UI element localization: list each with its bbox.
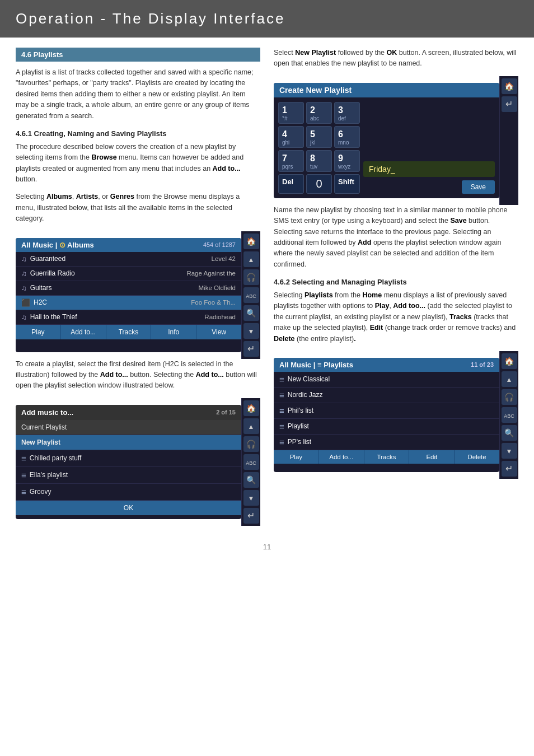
section-461-para2: Selecting Albums, Artists, or Genres fro… bbox=[16, 192, 260, 224]
up-icon[interactable] bbox=[243, 251, 259, 267]
search-icon-2[interactable] bbox=[243, 472, 259, 488]
left-column: 4.6 Playlists A playlist is a list of tr… bbox=[16, 48, 260, 526]
create-playlist-main: Create New Playlist 1*# 2abc 3def 4ghi 5… bbox=[274, 83, 499, 198]
album-artist-1: Rage Against the bbox=[186, 270, 236, 277]
playlists-main: All Music | ≡ Playlists 11 of 23 New Cla… bbox=[274, 358, 499, 472]
playlists-title: All Music | ≡ Playlists bbox=[279, 361, 353, 369]
up-icon-2[interactable] bbox=[243, 418, 259, 434]
headphone-icon-2[interactable] bbox=[243, 436, 259, 452]
headphone-icon-2-glyph bbox=[246, 440, 256, 449]
down-icon-4[interactable] bbox=[502, 443, 517, 459]
search-icon-4[interactable] bbox=[502, 425, 517, 441]
pl-row-1[interactable]: Nordic Jazz bbox=[274, 388, 499, 403]
enter-icon-4[interactable] bbox=[502, 461, 517, 477]
add-music-new[interactable]: New Playlist bbox=[16, 435, 241, 450]
create-playlist-title: Create New Playlist bbox=[279, 86, 352, 95]
key-5[interactable]: 5jkl bbox=[306, 126, 332, 148]
home-icon-2-glyph bbox=[246, 404, 256, 413]
albums-play-btn[interactable]: Play bbox=[16, 325, 61, 339]
album-row-2[interactable]: ♫Guitars Mike Oldfield bbox=[16, 281, 241, 296]
abc-icon-4-glyph bbox=[504, 410, 514, 419]
playlist-icon-0 bbox=[21, 454, 26, 463]
down-icon[interactable] bbox=[243, 323, 259, 339]
pl-icon-2 bbox=[279, 406, 284, 416]
key-3[interactable]: 3def bbox=[334, 102, 360, 124]
enter-icon[interactable] bbox=[243, 341, 259, 357]
home-icon[interactable] bbox=[243, 234, 259, 249]
pl-addto-btn[interactable]: Add to... bbox=[319, 450, 364, 464]
right-para2: Name the new playlist by choosing text i… bbox=[274, 205, 518, 270]
pl-delete-btn[interactable]: Delete bbox=[455, 450, 499, 464]
key-1[interactable]: 1*# bbox=[278, 102, 304, 124]
current-playlist-label: Current Playlist bbox=[21, 423, 67, 431]
playlists-side-icons bbox=[499, 351, 518, 479]
pl-row-0[interactable]: New Classical bbox=[274, 372, 499, 388]
key-6[interactable]: 6mno bbox=[334, 126, 360, 148]
album-row-0[interactable]: ♫Guaranteed Level 42 bbox=[16, 252, 241, 267]
abc-icon[interactable] bbox=[243, 287, 259, 303]
album-name-4: Hail to the Thief bbox=[30, 313, 77, 321]
add-music-item-2[interactable]: Groovy bbox=[16, 484, 241, 501]
pl-row-4[interactable]: PP's list bbox=[274, 435, 499, 450]
key-del[interactable]: Del bbox=[278, 174, 304, 194]
headphone-icon-4[interactable] bbox=[502, 389, 517, 405]
add-music-item-1[interactable]: Ella's playlist bbox=[16, 467, 241, 484]
pl-edit-btn[interactable]: Edit bbox=[409, 450, 455, 464]
pl-icon-1 bbox=[279, 390, 284, 400]
enter-icon-3[interactable] bbox=[502, 96, 517, 112]
pl-label-2: Phil's list bbox=[288, 407, 313, 414]
abc-icon-4[interactable] bbox=[502, 407, 517, 423]
albums-widget-main: All Music | ⊙ Albums 454 of 1287 ♫Guaran… bbox=[16, 238, 241, 352]
key-7[interactable]: 7pqrs bbox=[278, 150, 304, 172]
album-name-2: Guitars bbox=[30, 284, 52, 292]
album-row-1[interactable]: ♫Guerrilla Radio Rage Against the bbox=[16, 267, 241, 281]
add-music-ok-btn[interactable]: OK bbox=[16, 501, 241, 515]
album-row-4[interactable]: ♫Hail to the Thief Radiohead bbox=[16, 310, 241, 325]
down-icon-2[interactable] bbox=[243, 490, 259, 506]
enter-icon-4-glyph bbox=[505, 463, 513, 474]
para-create: To create a playlist, select the first d… bbox=[16, 359, 260, 391]
key-8[interactable]: 8tuv bbox=[306, 150, 332, 172]
key-4[interactable]: 4ghi bbox=[278, 126, 304, 148]
album-name-1: Guerrilla Radio bbox=[30, 269, 75, 277]
add-music-side-icons bbox=[241, 398, 260, 526]
playlist-icon-1 bbox=[21, 470, 26, 480]
home-icon-2[interactable] bbox=[243, 400, 259, 416]
pl-play-btn[interactable]: Play bbox=[274, 450, 319, 464]
albums-view-btn[interactable]: View bbox=[196, 325, 241, 339]
album-row-3[interactable]: ⬛H2C Foo Foo & Th... bbox=[16, 296, 241, 310]
up-icon-4[interactable] bbox=[502, 371, 517, 387]
add-music-current[interactable]: Current Playlist bbox=[16, 420, 241, 435]
save-playlist-btn[interactable]: Save bbox=[462, 180, 495, 194]
abc-icon-2[interactable] bbox=[243, 454, 259, 470]
search-icon-4-glyph bbox=[504, 428, 514, 437]
playlist-icon-2 bbox=[21, 487, 26, 497]
key-9[interactable]: 9wxyz bbox=[334, 150, 360, 172]
albums-tracks-btn[interactable]: Tracks bbox=[106, 325, 152, 339]
page-title: Operation - The Display Interface bbox=[16, 10, 518, 27]
search-icon[interactable] bbox=[243, 305, 259, 321]
new-playlist-label: New Playlist bbox=[21, 438, 60, 446]
page-number: 11 bbox=[0, 543, 534, 551]
headphone-icon[interactable] bbox=[243, 269, 259, 285]
album-icon-2: ♫ bbox=[21, 284, 27, 292]
key-0[interactable]: 0 bbox=[306, 174, 332, 194]
add-music-item-0[interactable]: Chilled party stuff bbox=[16, 450, 241, 467]
home-icon-4[interactable] bbox=[502, 353, 517, 369]
add-music-widget: Add music to... 2 of 15 Current Playlist… bbox=[16, 398, 260, 526]
pl-row-2[interactable]: Phil's list bbox=[274, 403, 499, 419]
home-icon-3[interactable] bbox=[502, 78, 517, 94]
key-2[interactable]: 2abc bbox=[306, 102, 332, 124]
albums-addto-btn[interactable]: Add to... bbox=[61, 325, 106, 339]
create-playlist-side-icons bbox=[499, 76, 518, 205]
add-music-header: Add music to... 2 of 15 bbox=[16, 405, 241, 420]
albums-info-btn[interactable]: Info bbox=[151, 325, 196, 339]
enter-icon-2[interactable] bbox=[243, 508, 259, 524]
albums-header: All Music | ⊙ Albums 454 of 1287 bbox=[16, 238, 241, 252]
pl-tracks-btn[interactable]: Tracks bbox=[364, 450, 410, 464]
key-shift[interactable]: Shift bbox=[334, 174, 360, 194]
pl-row-3[interactable]: Playlist bbox=[274, 419, 499, 435]
down-icon-glyph bbox=[248, 326, 255, 335]
search-icon-glyph bbox=[246, 309, 256, 318]
create-playlist-header: Create New Playlist bbox=[274, 83, 499, 97]
